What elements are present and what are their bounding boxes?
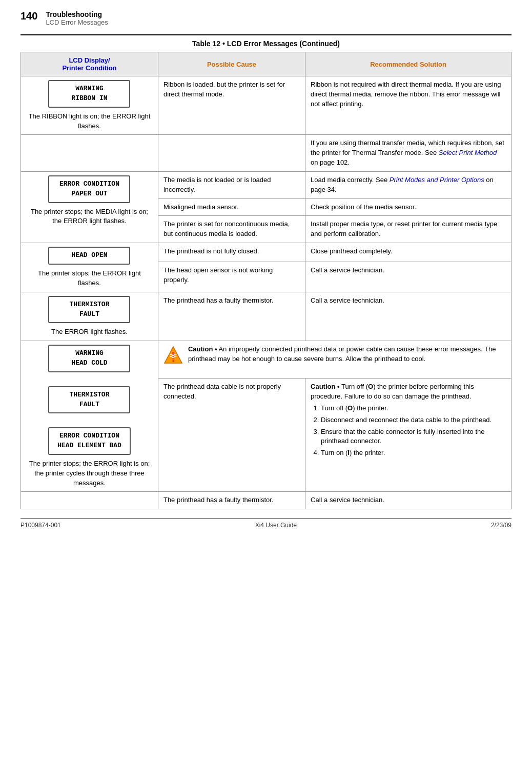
header-sub-title: LCD Error Messages [46,18,108,26]
solution-cell: Ribbon is not required with direct therm… [305,76,511,135]
cause-cell: Ribbon is loaded, but the printer is set… [158,76,305,135]
cause-cell-media-not-loaded: The media is not loaded or is loaded inc… [158,171,305,198]
lcd-error-table: LCD Display/Printer Condition Possible C… [21,52,511,509]
footer-part-number: P1009874-001 [21,522,61,529]
caution-icon: ❗ [163,346,183,365]
solution-cell-caution-steps: Caution • Turn off (O) the printer befor… [305,379,511,492]
link-select-print-method[interactable]: Select Print Method [439,149,497,156]
caution-text-1: Caution • An improperly connected printh… [188,345,506,364]
lcd-empty-last [21,492,158,509]
col-header-lcd: LCD Display/Printer Condition [21,52,158,76]
solution-cell-check-sensor: Check position of the media sensor. [305,198,511,216]
list-item: Ensure that the cable connector is fully… [321,427,506,447]
cause-cell-noncontinuous: The printer is set for noncontinuous med… [158,216,305,243]
solution-steps-list: Turn off (O) the printer. Disconnect and… [311,404,506,458]
lcd-display-cell-paper-out: ERROR CONDITIONPAPER OUT The printer sto… [21,171,158,243]
footer-date: 2/23/09 [491,522,511,529]
col-header-cause: Possible Cause [158,52,305,76]
lcd-description-paper-out: The printer stops; the MEDIA light is on… [26,207,153,227]
solution-cell-2: If you are using thermal transfer media,… [305,135,511,172]
solution-cell-service-tech-3: Call a service technician. [305,492,511,509]
lcd-description-multi: The printer stops; the ERROR light is on… [26,459,153,488]
lcd-box-head-open: HEAD OPEN [48,247,130,265]
cause-cell-faulty-thermistor-1: The printhead has a faulty thermistor. [158,292,305,341]
list-item: Disconnect and reconnect the data cable … [321,415,506,425]
table-title: Table 12 • LCD Error Messages (Continued… [21,34,511,48]
lcd-display-cell-head-open: HEAD OPEN The printer stops; the ERROR l… [21,243,158,292]
lcd-box-head-element-bad: ERROR CONDITIONHEAD ELEMENT BAD [48,427,131,455]
table-row: THERMISTORFAULT The ERROR light flashes.… [21,292,511,341]
solution-cell-load-media: Load media correctly. See Print Modes an… [305,171,511,198]
lcd-box-paper-out: ERROR CONDITIONPAPER OUT [48,175,130,203]
footer-guide-name: Xi4 User Guide [255,522,297,529]
solution-cell-service-tech-2: Call a service technician. [305,292,511,341]
table-row: WARNINGHEAD COLD THERMISTORFAULT ERROR C… [21,341,511,379]
svg-text:❗: ❗ [168,351,179,363]
cause-cell-empty [158,135,305,172]
page-footer: P1009874-001 Xi4 User Guide 2/23/09 [21,519,511,529]
lcd-description: The RIBBON light is on; the ERROR light … [26,112,153,131]
cause-cell-faulty-thermistor-2: The printhead has a faulty thermistor. [158,492,305,509]
link-print-modes[interactable]: Print Modes and Printer Options [390,176,484,184]
cause-cell-sensor-not-working: The head open sensor is not working prop… [158,262,305,292]
lcd-display-cell-thermistor: THERMISTORFAULT The ERROR light flashes. [21,292,158,341]
lcd-box-warning-head-cold: WARNINGHEAD COLD [48,345,130,372]
lcd-empty-cell [21,135,158,172]
cause-cell-head-not-closed: The printhead is not fully closed. [158,243,305,262]
cause-cell-misaligned: Misaligned media sensor. [158,198,305,216]
lcd-display-cell-multi: WARNINGHEAD COLD THERMISTORFAULT ERROR C… [21,341,158,492]
lcd-description-thermistor: The ERROR light flashes. [26,327,153,337]
table-row: HEAD OPEN The printer stops; the ERROR l… [21,243,511,262]
solution-cell-close-head: Close printhead completely. [305,243,511,262]
lcd-description-head-open: The printer stops; the ERROR light flash… [26,269,153,288]
table-row: The printhead has a faulty thermistor. C… [21,492,511,509]
solution-cell-service-tech-1: Call a service technician. [305,262,511,292]
table-row: ERROR CONDITIONPAPER OUT The printer sto… [21,171,511,198]
page-number: 140 [21,10,37,22]
col-header-solution: Recommended Solution [305,52,511,76]
lcd-box-warning-ribbon: WARNINGRIBBON IN [48,80,130,108]
header-main-title: Troubleshooting [46,10,108,18]
lcd-box-thermistor-fault-1: THERMISTORFAULT [48,296,130,324]
solution-cell-install-media: Install proper media type, or reset prin… [305,216,511,243]
list-item: Turn off (O) the printer. [321,404,506,413]
table-row: WARNINGRIBBON IN The RIBBON light is on;… [21,76,511,135]
caution-full-cell: ❗ Caution • An improperly connected prin… [158,341,511,379]
list-item: Turn on (I) the printer. [321,448,506,458]
cause-cell-cable-not-connected: The printhead data cable is not properly… [158,379,305,492]
table-row: If you are using thermal transfer media,… [21,135,511,172]
page-header: 140 Troubleshooting LCD Error Messages [21,10,511,26]
lcd-box-thermistor-fault-2: THERMISTORFAULT [48,386,130,414]
lcd-display-cell: WARNINGRIBBON IN The RIBBON light is on;… [21,76,158,135]
